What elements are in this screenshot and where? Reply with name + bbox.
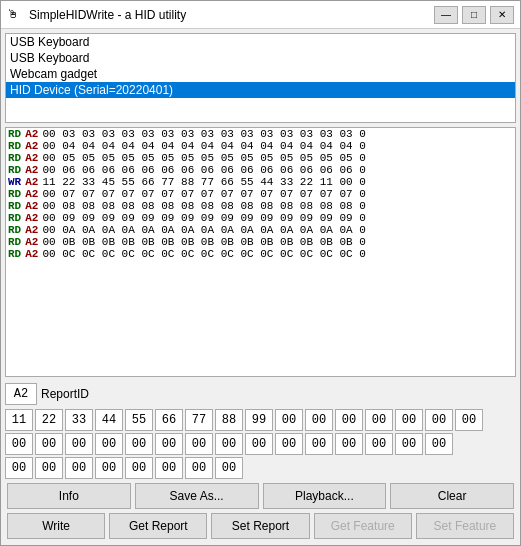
hex-cell-input[interactable] xyxy=(395,409,423,431)
log-report-id: A2 xyxy=(23,200,40,212)
app-icon: 🖱 xyxy=(7,7,23,23)
log-type: RD xyxy=(6,224,23,236)
hex-cell-input[interactable] xyxy=(185,457,213,479)
hex-cell-input[interactable] xyxy=(425,409,453,431)
report-id-input[interactable] xyxy=(5,383,37,405)
log-row: RDA200 0B 0B 0B 0B 0B 0B 0B 0B 0B 0B 0B … xyxy=(6,236,368,248)
log-type: RD xyxy=(6,200,23,212)
hex-cell-input[interactable] xyxy=(275,433,303,455)
minimize-button[interactable]: — xyxy=(434,6,458,24)
set-feature-button: Set Feature xyxy=(416,513,514,539)
hex-cell-input[interactable] xyxy=(335,409,363,431)
log-report-id: A2 xyxy=(23,140,40,152)
hex-cell-input[interactable] xyxy=(5,433,33,455)
log-type: RD xyxy=(6,248,23,260)
log-row: RDA200 0C 0C 0C 0C 0C 0C 0C 0C 0C 0C 0C … xyxy=(6,248,368,260)
window-title: SimpleHIDWrite - a HID utility xyxy=(29,8,186,22)
hex-cell-input[interactable] xyxy=(35,409,63,431)
hex-cell-input[interactable] xyxy=(125,409,153,431)
hex-cell-input[interactable] xyxy=(5,457,33,479)
log-bytes: 00 05 05 05 05 05 05 05 05 05 05 05 05 0… xyxy=(40,152,367,164)
hex-cell-input[interactable] xyxy=(215,457,243,479)
maximize-button[interactable]: □ xyxy=(462,6,486,24)
hex-cell-input[interactable] xyxy=(335,433,363,455)
main-window: 🖱 SimpleHIDWrite - a HID utility — □ ✕ U… xyxy=(0,0,521,546)
hex-cell-input[interactable] xyxy=(155,433,183,455)
hex-cell-input[interactable] xyxy=(35,433,63,455)
hex-cell-input[interactable] xyxy=(365,409,393,431)
hex-cell-input[interactable] xyxy=(245,433,273,455)
playback-button[interactable]: Playback... xyxy=(263,483,387,509)
log-type: RD xyxy=(6,188,23,200)
hex-cell-input[interactable] xyxy=(245,409,273,431)
log-type: RD xyxy=(6,128,23,140)
hex-cell-input[interactable] xyxy=(95,433,123,455)
hex-cell-input[interactable] xyxy=(35,457,63,479)
hex-cell-input[interactable] xyxy=(305,433,333,455)
get-feature-button: Get Feature xyxy=(314,513,412,539)
hex-cell-input[interactable] xyxy=(185,409,213,431)
report-area: ReportID InfoSave As...Playback...Clear … xyxy=(1,379,520,545)
clear-button[interactable]: Clear xyxy=(390,483,514,509)
title-bar-left: 🖱 SimpleHIDWrite - a HID utility xyxy=(7,7,186,23)
hex-cell-input[interactable] xyxy=(215,409,243,431)
hex-cell-input[interactable] xyxy=(65,409,93,431)
hex-cell-input[interactable] xyxy=(125,433,153,455)
window-controls: — □ ✕ xyxy=(434,6,514,24)
log-bytes: 00 0A 0A 0A 0A 0A 0A 0A 0A 0A 0A 0A 0A 0… xyxy=(40,224,367,236)
log-type: RD xyxy=(6,164,23,176)
write-button[interactable]: Write xyxy=(7,513,105,539)
log-type: RD xyxy=(6,212,23,224)
device-item[interactable]: USB Keyboard xyxy=(6,50,515,66)
hex-cell-input[interactable] xyxy=(455,409,483,431)
log-type: RD xyxy=(6,236,23,248)
hex-cell-input[interactable] xyxy=(155,457,183,479)
log-report-id: A2 xyxy=(23,248,40,260)
title-bar: 🖱 SimpleHIDWrite - a HID utility — □ ✕ xyxy=(1,1,520,29)
hex-cell-input[interactable] xyxy=(275,409,303,431)
log-row: RDA200 08 08 08 08 08 08 08 08 08 08 08 … xyxy=(6,200,368,212)
device-item[interactable]: Webcam gadget xyxy=(6,66,515,82)
report-id-label: ReportID xyxy=(41,387,89,401)
log-bytes: 00 03 03 03 03 03 03 03 03 03 03 03 03 0… xyxy=(40,128,367,140)
hex-row xyxy=(5,409,516,431)
log-report-id: A2 xyxy=(23,188,40,200)
log-row: RDA200 0A 0A 0A 0A 0A 0A 0A 0A 0A 0A 0A … xyxy=(6,224,368,236)
hex-cell-input[interactable] xyxy=(5,409,33,431)
hex-cell-input[interactable] xyxy=(365,433,393,455)
hex-cell-input[interactable] xyxy=(185,433,213,455)
log-row: RDA200 06 06 06 06 06 06 06 06 06 06 06 … xyxy=(6,164,368,176)
log-bytes: 00 0B 0B 0B 0B 0B 0B 0B 0B 0B 0B 0B 0B 0… xyxy=(40,236,367,248)
device-list[interactable]: USB KeyboardUSB KeyboardWebcam gadgetHID… xyxy=(5,33,516,123)
log-type: RD xyxy=(6,140,23,152)
button-row-1: InfoSave As...Playback...Clear xyxy=(5,483,516,509)
hex-cell-input[interactable] xyxy=(215,433,243,455)
hex-cell-input[interactable] xyxy=(305,409,333,431)
info-button[interactable]: Info xyxy=(7,483,131,509)
set-report-button[interactable]: Set Report xyxy=(211,513,309,539)
close-button[interactable]: ✕ xyxy=(490,6,514,24)
log-row: RDA200 09 09 09 09 09 09 09 09 09 09 09 … xyxy=(6,212,368,224)
hex-row xyxy=(5,457,516,479)
log-report-id: A2 xyxy=(23,224,40,236)
hex-cell-input[interactable] xyxy=(425,433,453,455)
report-id-row: ReportID xyxy=(5,383,516,405)
hex-cell-input[interactable] xyxy=(95,457,123,479)
log-bytes: 00 04 04 04 04 04 04 04 04 04 04 04 04 0… xyxy=(40,140,367,152)
device-item[interactable]: USB Keyboard xyxy=(6,34,515,50)
save-as-button[interactable]: Save As... xyxy=(135,483,259,509)
get-report-button[interactable]: Get Report xyxy=(109,513,207,539)
hex-cell-input[interactable] xyxy=(65,433,93,455)
hex-cell-input[interactable] xyxy=(155,409,183,431)
log-bytes: 00 07 07 07 07 07 07 07 07 07 07 07 07 0… xyxy=(40,188,367,200)
log-area: RDA200 03 03 03 03 03 03 03 03 03 03 03 … xyxy=(5,127,516,377)
hex-cell-input[interactable] xyxy=(395,433,423,455)
log-row: WRA211 22 33 45 55 66 77 88 77 66 55 44 … xyxy=(6,176,368,188)
log-bytes: 00 06 06 06 06 06 06 06 06 06 06 06 06 0… xyxy=(40,164,367,176)
log-row: RDA200 03 03 03 03 03 03 03 03 03 03 03 … xyxy=(6,128,368,140)
hex-cell-input[interactable] xyxy=(65,457,93,479)
hex-cell-input[interactable] xyxy=(95,409,123,431)
log-row: RDA200 07 07 07 07 07 07 07 07 07 07 07 … xyxy=(6,188,368,200)
hex-cell-input[interactable] xyxy=(125,457,153,479)
device-item[interactable]: HID Device (Serial=20220401) xyxy=(6,82,515,98)
